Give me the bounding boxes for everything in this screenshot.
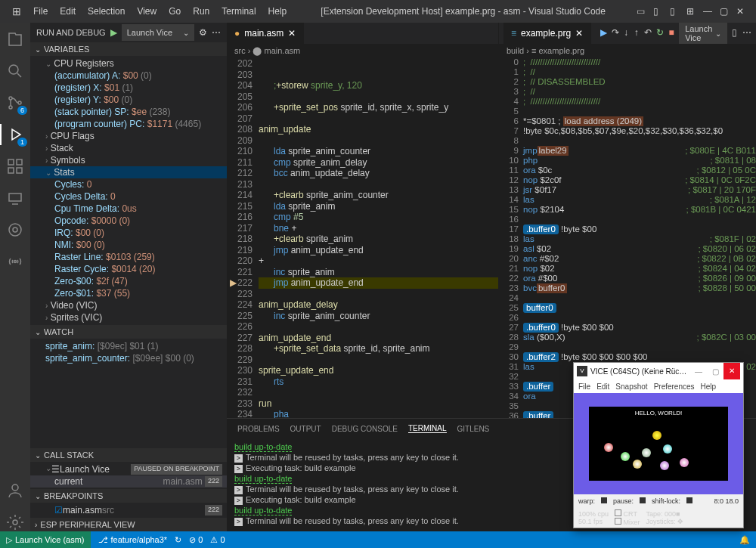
breadcrumb-right[interactable]: build › ≡ example.prg — [499, 44, 756, 57]
step-out-icon[interactable]: ↑ — [634, 27, 640, 39]
stop-icon[interactable]: ■ — [668, 27, 674, 39]
maximize-icon[interactable]: ▢ — [720, 6, 730, 17]
close-tab-icon[interactable]: ✕ — [575, 28, 583, 39]
debug-icon[interactable]: 1 — [6, 125, 24, 144]
minimize-icon[interactable]: — — [703, 6, 714, 17]
register-row[interactable]: (register) X: $01 (1) — [30, 82, 227, 94]
sprite-icon — [642, 448, 651, 457]
thread-status: PAUSED ON BREAKPOINT — [131, 464, 222, 475]
layout-icon-2[interactable]: ▯ — [653, 6, 664, 17]
mixer-checkbox[interactable] — [615, 518, 621, 525]
menu-file[interactable]: File — [27, 6, 54, 17]
continue-icon[interactable]: ▶ — [600, 27, 607, 39]
register-row[interactable]: (register) Y: $00 (0) — [30, 94, 227, 106]
register-row[interactable]: (accumulator) A: $00 (0) — [30, 70, 227, 82]
play-icon[interactable]: ▶ — [110, 27, 117, 38]
register-row[interactable]: (stack pointer) SP: $ee (238) — [30, 106, 227, 118]
breakpoint-row[interactable]: ☑ main.asm src222 — [30, 504, 227, 516]
close-tab-icon[interactable]: ✕ — [288, 28, 296, 39]
close-icon[interactable]: ✕ — [736, 6, 747, 17]
vice-icon: V — [577, 366, 587, 376]
more-icon[interactable]: ⋯ — [212, 27, 221, 38]
callstack-frame[interactable]: currentmain.asm 222 — [30, 475, 227, 488]
sidebar: RUN AND DEBUG ▶ Launch Vice⌄ ⚙ ⋯ ⌄VARIAB… — [30, 23, 227, 531]
vice-menu-snapshot[interactable]: Snapshot — [615, 382, 647, 391]
layout-icon-4[interactable]: ⊞ — [686, 6, 697, 17]
tree-symbols[interactable]: › Symbols — [30, 154, 227, 166]
sb-warnings[interactable]: ⚠ 0 — [210, 535, 225, 545]
settings-icon[interactable] — [6, 513, 24, 531]
callstack-thread[interactable]: ⌄ ☰ Launch VicePAUSED ON BREAKPOINT — [30, 463, 227, 475]
tab-example-prg[interactable]: ≡example.prg✕ — [503, 23, 591, 44]
vice-menu-help[interactable]: Help — [701, 382, 717, 391]
section-esp[interactable]: ›ESP PERIPHERAL VIEW — [30, 518, 227, 531]
crt-checkbox[interactable] — [615, 509, 621, 516]
account-icon[interactable] — [6, 481, 24, 500]
layout-icon-1[interactable]: ▭ — [637, 6, 647, 17]
sb-branch[interactable]: ⎇ feature/alpha3* — [98, 535, 168, 545]
vice-menu-preferences[interactable]: Preferences — [654, 382, 695, 391]
tree-stats[interactable]: ⌄ Stats — [30, 166, 227, 178]
vice-menu-edit[interactable]: Edit — [596, 382, 609, 391]
vice-window[interactable]: V VICE (C64SC) (Keine Rück… — ▢ ✕ FileEd… — [573, 362, 744, 528]
section-callstack[interactable]: ⌄CALL STACK — [30, 448, 227, 462]
breadcrumb-left[interactable]: src › ⬤ main.asm — [227, 44, 498, 58]
tree-sprites[interactable]: › Sprites (VIC) — [30, 311, 227, 324]
menu-terminal[interactable]: Terminal — [215, 6, 262, 17]
more-icon[interactable]: ⋯ — [742, 27, 751, 39]
remote-icon[interactable] — [6, 189, 24, 207]
watch-row[interactable]: sprite_anim: [$09ec] $01 (1) — [30, 340, 227, 352]
tree-stack[interactable]: › Stack — [30, 142, 227, 154]
window-title: [Extension Development Host] example.prg… — [293, 6, 634, 17]
step-back-icon[interactable]: ↶ — [644, 27, 652, 39]
search-icon[interactable] — [6, 62, 24, 80]
tree-video[interactable]: › Video (VIC) — [30, 299, 227, 311]
gear-icon[interactable]: ⚙ — [199, 27, 207, 38]
code-editor[interactable]: ;+storew sprite_y, 120 +sprite_set_pos s… — [259, 58, 498, 418]
panel-tab-output[interactable]: OUTPUT — [290, 425, 321, 433]
step-into-icon[interactable]: ↓ — [624, 27, 630, 39]
vice-menu-file[interactable]: File — [578, 382, 590, 391]
section-breakpoints[interactable]: ⌄BREAKPOINTS — [30, 489, 227, 503]
layout-icon-3[interactable]: ▯ — [670, 6, 680, 17]
register-row[interactable]: (program counter) PC: $1171 (4465) — [30, 118, 227, 130]
sb-notifications-icon[interactable]: 🔔 — [739, 535, 750, 545]
vice-close-icon[interactable]: ✕ — [723, 363, 740, 379]
panel-tab-debug console[interactable]: DEBUG CONSOLE — [332, 425, 398, 433]
menu-edit[interactable]: Edit — [54, 6, 82, 17]
sb-sync[interactable]: ↻ — [175, 535, 181, 545]
breakpoint-nav-icon[interactable] — [6, 221, 24, 239]
section-variables[interactable]: ⌄VARIABLES — [30, 42, 227, 56]
launch-config-select[interactable]: Launch Vice⌄ — [122, 24, 194, 41]
live-icon[interactable] — [6, 252, 24, 271]
menu-selection[interactable]: Selection — [82, 6, 131, 17]
split-icon[interactable]: ▯ — [732, 27, 738, 39]
tree-cpu-registers[interactable]: ⌄ CPU Registers — [30, 57, 227, 70]
panel-tab-problems[interactable]: PROBLEMS — [237, 425, 280, 433]
panel-tab-gitlens[interactable]: GITLENS — [457, 425, 490, 433]
section-watch[interactable]: ⌄WATCH — [30, 325, 227, 339]
panel-tab-terminal[interactable]: TERMINAL — [408, 424, 447, 433]
restart-icon[interactable]: ↻ — [656, 27, 664, 39]
debug-config-select[interactable]: Launch Vice⌄ — [679, 23, 727, 44]
scm-badge: 6 — [17, 106, 27, 115]
sprite-icon — [663, 444, 672, 454]
watch-row[interactable]: sprite_anim_counter: [$09ee] $00 (0) — [30, 352, 227, 364]
sb-errors[interactable]: ⊘ 0 — [189, 535, 203, 545]
menu-view[interactable]: View — [131, 6, 163, 17]
vice-maximize-icon[interactable]: ▢ — [707, 367, 723, 376]
sb-remote[interactable]: ▷ Launch Vice (asm) — [0, 531, 91, 548]
vice-fps: 50.1 fps — [578, 518, 609, 525]
explorer-icon[interactable] — [6, 30, 24, 48]
tab-main-asm[interactable]: ●main.asm✕ — [227, 23, 304, 44]
menu-go[interactable]: Go — [163, 6, 187, 17]
extensions-icon[interactable] — [6, 157, 24, 175]
tree-cpu-flags[interactable]: › CPU Flags — [30, 130, 227, 142]
menu-help[interactable]: Help — [262, 6, 293, 17]
vice-warp: warp: — [578, 497, 595, 505]
menu-run[interactable]: Run — [187, 6, 215, 17]
scm-icon[interactable]: 6 — [6, 94, 24, 112]
svg-point-1 — [9, 97, 12, 100]
vice-minimize-icon[interactable]: — — [690, 367, 707, 376]
step-over-icon[interactable]: ↷ — [612, 27, 619, 39]
